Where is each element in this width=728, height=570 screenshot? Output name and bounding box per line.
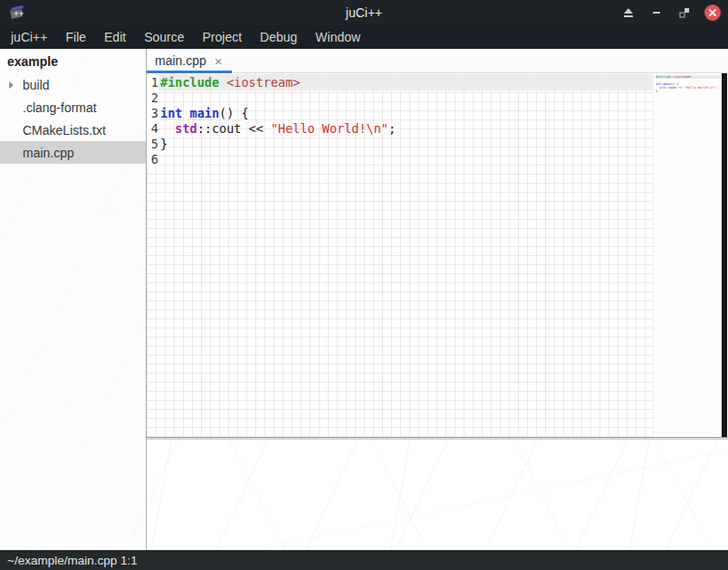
titlebar[interactable]: ++ juCi++ [0,0,728,25]
line-number: 6 [147,152,158,167]
tree-item-label: .clang-format [0,100,97,115]
close-button[interactable] [704,5,721,21]
statusbar: ~/example/main.cpp 1:1 [0,550,728,570]
tree-item-label: build [19,78,50,92]
minimap-line [656,93,722,97]
restore-button[interactable] [676,5,693,21]
code-area[interactable]: 1#include <iostream>23int main() {4 std:… [147,73,653,437]
terminal-pane[interactable] [147,440,728,550]
code-line-6[interactable]: 6 [147,152,653,167]
tab-main-cpp[interactable]: main.cpp × [147,49,232,72]
tabbar: main.cpp × [147,49,728,73]
code-text [158,152,653,167]
code-line-2[interactable]: 2 [147,90,653,106]
code-text: #include <iostream> [158,75,653,90]
line-number: 4 [147,121,158,137]
menu-item-file[interactable]: File [56,27,95,47]
vertical-scrollbar[interactable] [722,73,727,437]
code-text: } [158,137,653,152]
tab-close-icon[interactable]: × [215,54,223,68]
tree-item-cmakelists-txt[interactable]: CMakeLists.txt [0,119,146,141]
code-line-1[interactable]: 1#include <iostream> [147,75,653,90]
menu-item-edit[interactable]: Edit [95,27,135,47]
code-text [158,90,653,106]
svg-text:++: ++ [14,10,24,17]
menu-item-window[interactable]: Window [306,27,369,47]
code-line-3[interactable]: 3int main() { [147,106,653,121]
minimap[interactable]: #include <iostream>int main() { std::cou… [653,73,722,437]
line-number: 2 [147,90,158,106]
code-text: std::cout << "Hello World!\n"; [158,121,653,137]
source-editor[interactable]: 1#include <iostream>23int main() {4 std:… [147,73,728,437]
menu-item-juci-[interactable]: juCi++ [2,27,56,47]
tree-item-label: CMakeLists.txt [0,123,106,138]
expander-triangle-icon[interactable] [4,81,19,89]
code-line-5[interactable]: 5} [147,137,653,152]
jucipp-window: ++ juCi++ [0,0,728,570]
tab-label: main.cpp [155,53,206,68]
minimize-button[interactable] [648,5,665,21]
menubar: juCi++FileEditSourceProjectDebugWindow [0,25,728,49]
window-title: juCi++ [0,5,728,20]
code-line-4[interactable]: 4 std::cout << "Hello World!\n"; [147,121,653,137]
tree-item-label: main.cpp [0,146,74,160]
file-tree-sidebar: example build.clang-formatCMakeLists.txt… [0,49,147,550]
tree-item-main-cpp[interactable]: main.cpp [0,141,146,164]
line-number: 5 [147,137,158,152]
minimap-line: std::cout << "Hello World!\n"; [656,86,722,90]
tree-root-folder[interactable]: example [0,49,146,73]
status-file-location: ~/example/main.cpp 1:1 [7,554,138,567]
menu-item-source[interactable]: Source [135,27,193,47]
editor-column: main.cpp × 1#include <iostream>23int mai… [147,49,728,550]
tree-item-build[interactable]: build [0,73,146,96]
jucipp-logo-icon: ++ [7,4,27,22]
tree-item--clang-format[interactable]: .clang-format [0,96,146,119]
menu-item-debug[interactable]: Debug [251,27,306,47]
content: example build.clang-formatCMakeLists.txt… [0,49,728,550]
code-text: int main() { [158,106,653,121]
shade-button[interactable] [620,5,637,21]
line-number: 1 [147,75,158,90]
line-number: 3 [147,106,158,121]
menu-item-project[interactable]: Project [194,27,252,47]
